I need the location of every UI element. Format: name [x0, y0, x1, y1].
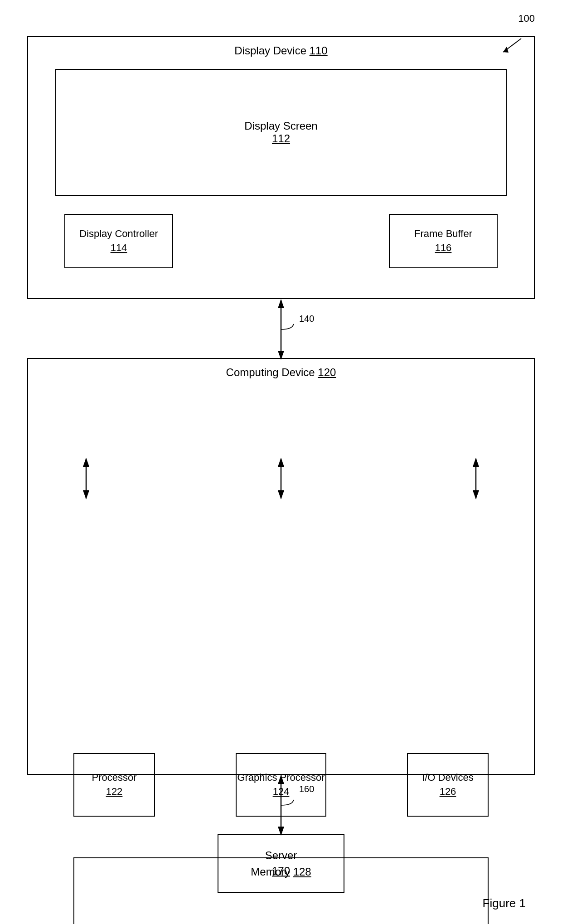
io-devices-label: I/O Devices 126: [408, 771, 488, 799]
display-controller-text: Display Controller: [65, 227, 172, 241]
server-ref: 170: [218, 863, 344, 879]
display-device-text: Display Device: [234, 44, 306, 57]
display-screen-label: Display Screen 112: [56, 120, 506, 145]
processor-ref: 122: [74, 785, 154, 799]
frame-buffer-box: Frame Buffer 116: [389, 214, 498, 268]
display-controller-box: Display Controller 114: [64, 214, 173, 268]
computing-device-box: Computing Device 120 Processor 122 Graph…: [27, 358, 535, 775]
processor-text: Processor: [74, 771, 154, 785]
display-screen-box: Display Screen 112: [55, 69, 507, 196]
graphics-processor-text: Graphics Processor: [237, 771, 325, 785]
computing-device-text: Computing Device: [226, 366, 315, 378]
io-devices-box: I/O Devices 126: [407, 753, 489, 817]
frame-buffer-label: Frame Buffer 116: [390, 227, 497, 255]
display-device-ref: 110: [310, 44, 328, 57]
processor-box: Processor 122: [73, 753, 155, 817]
arrow-160-label: 160: [299, 784, 314, 794]
display-controller-label: Display Controller 114: [65, 227, 172, 255]
display-controller-ref: 114: [65, 241, 172, 255]
figure-label: Figure 1: [483, 896, 526, 910]
computing-device-ref: 120: [318, 366, 336, 378]
frame-buffer-ref: 116: [390, 241, 497, 255]
server-box: Server 170: [218, 834, 344, 893]
computing-device-label: Computing Device 120: [28, 366, 534, 379]
server-label: Server 170: [218, 848, 344, 878]
display-screen-ref: 112: [56, 132, 506, 145]
display-device-label: Display Device 110: [28, 44, 534, 57]
processor-label: Processor 122: [74, 771, 154, 799]
io-devices-ref: 126: [408, 785, 488, 799]
svg-marker-3: [278, 299, 284, 308]
diagram: 100 Display Device 110 Display Screen 11…: [0, 0, 562, 924]
frame-buffer-text: Frame Buffer: [390, 227, 497, 241]
io-devices-text: I/O Devices: [408, 771, 488, 785]
display-device-box: Display Device 110 Display Screen 112 Di…: [27, 36, 535, 299]
server-text: Server: [218, 848, 344, 863]
arrow-140-label: 140: [299, 314, 314, 324]
ref-100-label: 100: [518, 13, 535, 24]
display-screen-text: Display Screen: [56, 120, 506, 132]
